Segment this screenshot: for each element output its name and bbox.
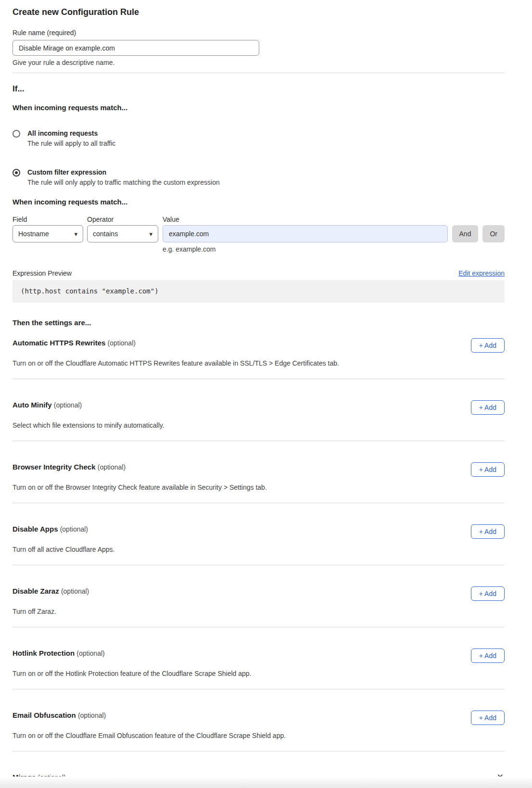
setting-row-disable-zaraz: Disable Zaraz (optional) + Add Turn off … — [13, 565, 505, 627]
add-button[interactable]: + Add — [471, 711, 505, 725]
value-column-label: Value — [163, 216, 505, 224]
setting-title: Auto Minify (optional) — [13, 400, 82, 410]
and-button[interactable]: And — [452, 225, 479, 242]
create-rule-form: Create new Configuration Rule Rule name … — [0, 0, 532, 788]
setting-row-email-obfuscation: Email Obfuscation (optional) + Add Turn … — [13, 689, 505, 751]
optional-suffix: (optional) — [54, 401, 82, 409]
radio-label: All incoming requests — [27, 129, 115, 138]
radio-description: The rule will apply to all traffic — [27, 140, 115, 148]
edit-expression-link[interactable]: Edit expression — [458, 269, 505, 278]
if-heading: If... — [13, 84, 505, 94]
field-select[interactable]: Hostname ▾ — [13, 225, 83, 242]
operator-select-value: contains — [93, 230, 118, 238]
add-button[interactable]: + Add — [471, 462, 505, 477]
then-settings-heading: Then the settings are... — [13, 318, 505, 327]
optional-suffix: (optional) — [78, 712, 106, 719]
radio-option-custom-filter[interactable]: Custom filter expression The rule will o… — [13, 168, 505, 187]
field-select-value: Hostname — [18, 230, 49, 238]
expression-builder-heading: When incoming requests match... — [13, 198, 505, 206]
bottom-edge-strip — [0, 776, 532, 788]
operator-select[interactable]: contains ▾ — [87, 225, 158, 242]
setting-description: Turn on or off the Cloudflare Email Obfu… — [13, 732, 505, 740]
operator-column-label: Operator — [87, 216, 163, 224]
rule-name-label: Rule name (required) — [13, 29, 505, 37]
when-match-heading: When incoming requests match... — [13, 103, 505, 112]
setting-description: Turn off Zaraz. — [13, 608, 505, 616]
setting-row-automatic-https-rewrites: Automatic HTTPS Rewrites (optional) + Ad… — [13, 327, 505, 379]
rule-name-input[interactable] — [13, 40, 259, 56]
value-helper: e.g. example.com — [163, 245, 505, 254]
chevron-down-icon: ▾ — [74, 230, 77, 238]
rule-name-helper: Give your rule a descriptive name. — [13, 59, 505, 67]
value-input[interactable] — [163, 225, 448, 242]
add-button[interactable]: + Add — [471, 400, 505, 415]
divider — [13, 73, 505, 73]
radio-description: The rule will only apply to traffic matc… — [27, 178, 220, 187]
setting-title: Automatic HTTPS Rewrites (optional) — [13, 338, 136, 348]
radio-button-unselected[interactable] — [13, 130, 20, 138]
setting-title: Email Obfuscation (optional) — [13, 711, 106, 720]
setting-title: Disable Zaraz (optional) — [13, 586, 89, 596]
add-button[interactable]: + Add — [471, 338, 505, 353]
setting-row-browser-integrity-check: Browser Integrity Check (optional) + Add… — [13, 441, 505, 503]
add-button[interactable]: + Add — [471, 524, 505, 539]
setting-row-hotlink-protection: Hotlink Protection (optional) + Add Turn… — [13, 627, 505, 689]
radio-button-selected[interactable] — [13, 169, 20, 177]
setting-row-auto-minify: Auto Minify (optional) + Add Select whic… — [13, 379, 505, 441]
expression-preview-code: (http.host contains "example.com") — [13, 280, 505, 303]
chevron-down-icon: ▾ — [149, 230, 152, 238]
setting-row-disable-apps: Disable Apps (optional) + Add Turn off a… — [13, 503, 505, 565]
optional-suffix: (optional) — [98, 463, 126, 471]
add-button[interactable]: + Add — [471, 586, 505, 601]
optional-suffix: (optional) — [108, 339, 136, 347]
radio-label: Custom filter expression — [27, 168, 220, 177]
add-button[interactable]: + Add — [471, 648, 505, 663]
setting-title: Hotlink Protection (optional) — [13, 648, 105, 658]
page-title: Create new Configuration Rule — [13, 0, 505, 17]
setting-description: Turn on or off the Hotlink Protection fe… — [13, 670, 505, 678]
optional-suffix: (optional) — [76, 649, 104, 657]
setting-description: Turn on or off the Cloudflare Automatic … — [13, 359, 505, 368]
radio-option-all-requests[interactable]: All incoming requests The rule will appl… — [13, 129, 505, 148]
optional-suffix: (optional) — [60, 525, 88, 533]
setting-description: Turn on or off the Browser Integrity Che… — [13, 483, 505, 492]
setting-description: Turn off all active Cloudflare Apps. — [13, 546, 505, 554]
setting-description: Select which file extensions to minify a… — [13, 421, 505, 430]
expression-preview-label: Expression Preview — [13, 269, 72, 278]
optional-suffix: (optional) — [61, 587, 89, 595]
or-button[interactable]: Or — [482, 225, 505, 242]
field-column-label: Field — [13, 216, 87, 224]
setting-title: Disable Apps (optional) — [13, 524, 88, 534]
setting-title: Browser Integrity Check (optional) — [13, 462, 126, 472]
